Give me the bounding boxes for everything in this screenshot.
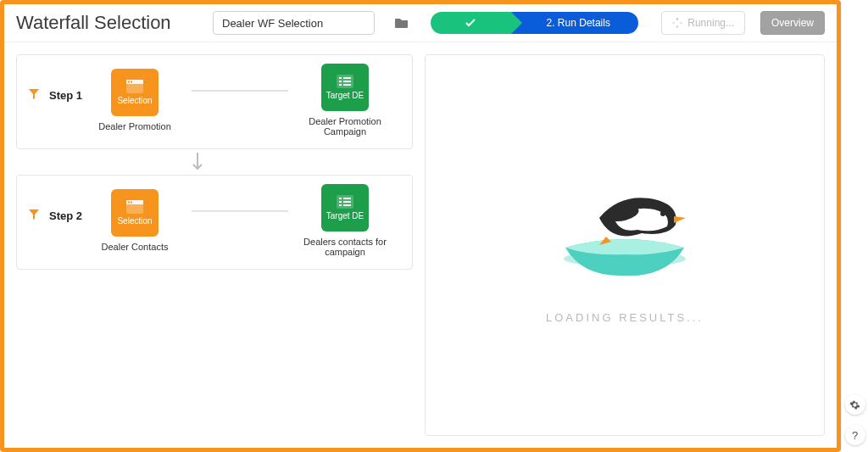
- svg-rect-23: [343, 201, 351, 203]
- svg-rect-6: [128, 81, 130, 83]
- svg-rect-7: [131, 81, 132, 83]
- overview-button[interactable]: Overview: [760, 11, 825, 35]
- page-header: Waterfall Selection Dealer WF Selection …: [4, 4, 837, 42]
- svg-rect-24: [339, 204, 342, 206]
- node-caption: Target DE: [326, 211, 364, 220]
- node-title: Dealer Promotion Campaign: [290, 116, 400, 137]
- svg-point-3: [673, 22, 675, 24]
- results-panel: LOADING RESULTS...: [425, 54, 825, 436]
- running-label: Running...: [687, 17, 734, 29]
- svg-rect-17: [128, 202, 130, 204]
- progress-step-label: 2. Run Details: [547, 17, 610, 29]
- selection-node[interactable]: Selection Dealer Contacts: [80, 189, 190, 252]
- node-caption: Selection: [117, 96, 152, 105]
- gear-icon[interactable]: [845, 394, 865, 415]
- step-label: Step 1: [49, 89, 82, 102]
- page-title: Waterfall Selection: [16, 12, 203, 34]
- progress-steps: 2. Run Details: [431, 12, 638, 34]
- spinner-icon: [672, 18, 682, 28]
- svg-point-1: [681, 22, 682, 24]
- step-label: Step 2: [49, 209, 82, 222]
- step-card[interactable]: Step 2 Selection Dealer Contacts: [16, 175, 413, 270]
- step-card[interactable]: Step 1 Selection Dealer Promotion: [16, 54, 413, 149]
- progress-step-current[interactable]: 2. Run Details: [511, 12, 638, 34]
- svg-rect-11: [339, 81, 342, 82]
- svg-rect-14: [343, 84, 351, 86]
- svg-rect-12: [343, 81, 351, 82]
- progress-step-complete[interactable]: [431, 12, 511, 34]
- right-sidebar: ?: [841, 0, 868, 452]
- node-title: Dealers contacts for campaign: [290, 237, 400, 257]
- list-icon: [337, 195, 353, 209]
- node-caption: Selection: [117, 216, 152, 226]
- window-icon: [126, 200, 143, 214]
- filter-icon: [29, 208, 39, 223]
- node-title: Dealer Contacts: [102, 242, 169, 252]
- svg-rect-18: [131, 202, 132, 204]
- list-icon: [337, 75, 353, 88]
- penguin-illustration: [540, 167, 709, 286]
- connector-line: [192, 90, 288, 92]
- svg-point-2: [676, 25, 678, 27]
- help-icon[interactable]: ?: [845, 425, 865, 445]
- node-title: Dealer Promotion: [98, 121, 171, 131]
- selection-dropdown[interactable]: Dealer WF Selection: [213, 11, 375, 35]
- node-caption: Target DE: [326, 91, 364, 100]
- window-icon: [126, 80, 143, 93]
- running-button: Running...: [661, 11, 745, 35]
- overview-label: Overview: [771, 17, 814, 29]
- target-node[interactable]: Target DE Dealers contacts for campaign: [290, 184, 400, 257]
- svg-rect-21: [343, 198, 351, 199]
- loading-text: LOADING RESULTS...: [546, 311, 704, 324]
- check-icon: [465, 17, 476, 29]
- arrow-down-icon: [0, 149, 396, 175]
- svg-rect-13: [339, 84, 342, 86]
- svg-point-27: [660, 211, 665, 216]
- folder-icon[interactable]: [390, 11, 414, 35]
- dropdown-label: Dealer WF Selection: [214, 17, 374, 30]
- svg-rect-9: [339, 77, 342, 79]
- svg-rect-22: [339, 201, 342, 203]
- filter-icon: [29, 87, 39, 103]
- svg-point-0: [676, 18, 678, 20]
- selection-node[interactable]: Selection Dealer Promotion: [80, 69, 190, 131]
- svg-rect-25: [343, 204, 351, 206]
- svg-rect-20: [339, 198, 342, 199]
- svg-rect-10: [343, 77, 351, 79]
- target-node[interactable]: Target DE Dealer Promotion Campaign: [290, 64, 400, 137]
- steps-panel: Step 1 Selection Dealer Promotion: [16, 54, 413, 436]
- connector-line: [192, 210, 288, 212]
